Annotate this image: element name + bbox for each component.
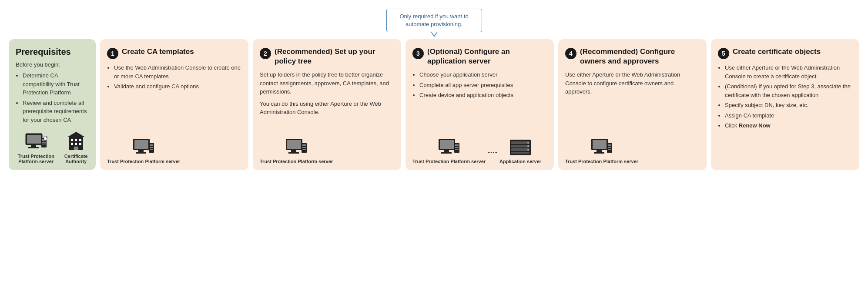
svg-rect-25 [150, 149, 153, 150]
svg-rect-21 [136, 152, 146, 154]
svg-rect-17 [74, 147, 78, 150]
svg-rect-33 [302, 149, 306, 150]
step-4-number: 4 [565, 48, 576, 59]
svg-rect-43 [511, 141, 530, 144]
step-1-footer: Trust Protection Platform server [107, 132, 241, 164]
main-row: Prerequisites Before you begin: Determin… [9, 39, 859, 170]
svg-rect-37 [441, 152, 452, 154]
svg-rect-55 [608, 144, 611, 146]
server-icon-step1: Trust Protection Platform server [107, 138, 180, 164]
server-label-step4: Trust Protection Platform server [565, 159, 638, 164]
step-1-header: 1 Create CA templates [107, 47, 241, 59]
step-4-para1: Use either Aperture or the Web Administr… [565, 70, 700, 96]
step-4-body: Use either Aperture or the Web Administr… [565, 70, 700, 132]
svg-rect-12 [75, 139, 77, 141]
svg-rect-32 [302, 147, 306, 148]
svg-rect-14 [71, 143, 73, 145]
app-server-label-step3: Application server [499, 159, 541, 164]
svg-rect-20 [138, 150, 144, 152]
step-4-title: (Recommended) Configure owners and appro… [580, 47, 700, 66]
step-2-header: 2 (Recommended) Set up your policy tree [260, 47, 394, 66]
list-item: (Conditional) If you opted for Step 3, a… [725, 82, 852, 99]
renew-now-bold: Renew Now [739, 122, 771, 129]
svg-point-47 [527, 142, 529, 144]
svg-rect-24 [150, 147, 153, 148]
list-item: Determine CA compatibility with Trust Pr… [23, 71, 89, 97]
svg-rect-39 [455, 144, 459, 146]
svg-point-49 [527, 149, 529, 151]
svg-rect-51 [593, 140, 607, 149]
app-server-icon-step3: Application server [499, 138, 541, 164]
prerequisites-panel: Prerequisites Before you begin: Determin… [9, 39, 96, 170]
svg-rect-46 [511, 152, 530, 154]
step-3-panel: 3 (Optional) Configure an application se… [406, 39, 554, 170]
list-item: Review and complete all prerequisite req… [23, 99, 89, 124]
step-5-bullets: Use either Aperture or the Web Administr… [718, 64, 852, 130]
svg-rect-40 [455, 147, 459, 148]
svg-rect-52 [597, 150, 602, 152]
prereq-footer: Trust Protection Platform server [16, 126, 89, 164]
step-5-number: 5 [718, 48, 729, 59]
svg-rect-11 [71, 139, 73, 141]
step-3-footer-icons: Trust Protection Platform server [412, 138, 547, 164]
step-2-para2: You can do this using either Aperture or… [260, 100, 394, 117]
svg-marker-10 [67, 132, 85, 137]
ca-icon-prereq: Certificate Authority [63, 132, 89, 164]
step-4-header: 4 (Recommended) Configure owners and app… [565, 47, 700, 66]
list-item: Specify subject DN, key size, etc. [725, 101, 852, 110]
svg-rect-15 [75, 143, 77, 145]
svg-rect-16 [79, 143, 81, 145]
list-item: Use the Web Administration Console to cr… [114, 64, 241, 80]
ca-label-prereq: Certificate Authority [63, 154, 89, 164]
svg-rect-27 [287, 140, 301, 149]
list-item: Use either Aperture or the Web Administr… [725, 64, 852, 80]
step-5-header: 5 Create certificate objects [718, 47, 852, 59]
svg-point-48 [527, 145, 529, 147]
step-1-bullets: Use the Web Administration Console to cr… [107, 64, 241, 91]
prereq-footer-icons: Trust Protection Platform server [16, 132, 89, 164]
svg-rect-23 [150, 144, 153, 146]
step-3-title: (Optional) Configure an application serv… [427, 47, 547, 66]
svg-rect-45 [511, 148, 530, 151]
step-2-title: (Recommended) Set up your policy tree [275, 47, 394, 66]
svg-rect-35 [440, 140, 454, 149]
step-4-footer: Trust Protection Platform server [565, 132, 700, 164]
step-2-para1: Set up folders in the policy tree to bet… [260, 70, 394, 96]
dotted-divider-step3 [488, 152, 497, 153]
svg-rect-56 [608, 147, 611, 148]
server-icon-step3: Trust Protection Platform server [412, 138, 486, 164]
server-label-step3: Trust Protection Platform server [412, 159, 486, 164]
server-label-prereq: Trust Protection Platform server [16, 154, 56, 164]
svg-rect-19 [134, 140, 148, 149]
svg-rect-53 [594, 152, 604, 154]
svg-rect-13 [79, 139, 81, 141]
list-item: Complete all app server prerequisites [419, 81, 547, 90]
tooltip-text: Only required if you want to automate pr… [399, 13, 468, 27]
list-item: Click Renew Now [725, 121, 852, 130]
step-1-body: Use the Web Administration Console to cr… [107, 64, 241, 132]
step-1-title: Create CA templates [122, 47, 194, 57]
step-2-panel: 2 (Recommended) Set up your policy tree … [253, 39, 401, 170]
page-wrapper: Only required if you want to automate pr… [9, 9, 859, 170]
list-item: Validate and configure CA options [114, 82, 241, 91]
svg-rect-57 [608, 149, 611, 150]
prereq-bullets: Determine CA compatibility with Trust Pr… [16, 71, 89, 126]
step-3-body: Choose your application server Complete … [412, 70, 547, 132]
server-label-step2: Trust Protection Platform server [260, 159, 333, 164]
svg-rect-31 [302, 144, 306, 146]
svg-rect-28 [291, 150, 296, 152]
svg-rect-7 [42, 144, 46, 144]
svg-rect-2 [31, 145, 36, 147]
svg-rect-6 [42, 142, 46, 143]
server-icon-step2: Trust Protection Platform server [260, 138, 333, 164]
tooltip-bubble: Only required if you want to automate pr… [386, 9, 482, 32]
step-3-bullets: Choose your application server Complete … [412, 70, 547, 100]
list-item: Create device and application objects [419, 91, 547, 100]
svg-rect-41 [455, 149, 459, 150]
step-4-panel: 4 (Recommended) Configure owners and app… [558, 39, 707, 170]
svg-rect-36 [444, 150, 449, 152]
step-5-body: Use either Aperture or the Web Administr… [718, 64, 852, 164]
step-3-footer: Trust Protection Platform server [412, 132, 547, 164]
step-3-header: 3 (Optional) Configure an application se… [412, 47, 547, 66]
svg-rect-44 [511, 145, 530, 147]
